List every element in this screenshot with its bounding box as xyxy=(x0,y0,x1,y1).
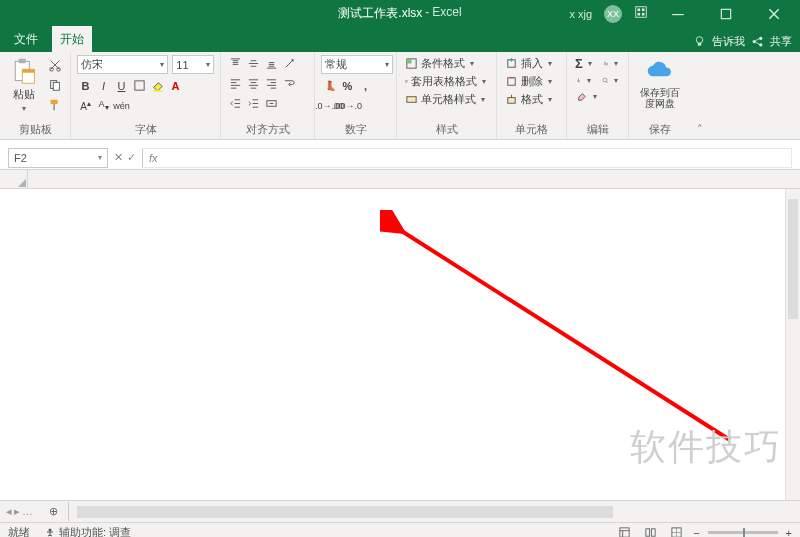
increase-font-button[interactable]: A▴ xyxy=(77,97,94,114)
clear-button[interactable]: ▾ xyxy=(573,89,622,104)
cell-styles-button[interactable]: 单元格样式▾ xyxy=(403,91,490,108)
svg-rect-22 xyxy=(135,81,144,90)
accounting-button[interactable]: 👢 xyxy=(321,77,338,94)
status-bar: 就绪 辅助功能: 调查 − + xyxy=(0,522,800,537)
svg-point-35 xyxy=(49,528,52,531)
account-badge[interactable]: XX xyxy=(604,5,622,23)
sheet-nav-more[interactable]: … xyxy=(22,505,33,518)
name-box[interactable]: F2▾ xyxy=(8,148,108,168)
svg-rect-15 xyxy=(22,69,34,73)
svg-rect-0 xyxy=(636,7,647,18)
vertical-scrollbar[interactable] xyxy=(785,189,800,500)
share-button[interactable]: 共享 xyxy=(770,34,792,49)
bold-button[interactable]: B xyxy=(77,77,94,94)
group-save: 保存到百度网盘 保存 xyxy=(629,52,691,139)
font-size-combo[interactable]: 11▾ xyxy=(172,55,214,74)
svg-rect-3 xyxy=(638,13,641,16)
svg-rect-23 xyxy=(153,90,162,92)
tell-me[interactable]: 告诉我 xyxy=(712,34,745,49)
wrap-text-button[interactable] xyxy=(281,75,298,92)
ribbon-options-icon[interactable] xyxy=(634,5,648,22)
annotation-arrow xyxy=(380,210,750,460)
font-name-combo[interactable]: 仿宋▾ xyxy=(77,55,168,74)
autosum-button[interactable]: Σ▾ ▾ xyxy=(573,55,622,72)
merge-button[interactable] xyxy=(263,95,280,112)
select-all-corner[interactable] xyxy=(0,170,28,188)
zoom-out-button[interactable]: − xyxy=(693,527,699,538)
percent-button[interactable]: % xyxy=(339,77,356,94)
sheet-nav-next[interactable]: ▸ xyxy=(14,505,20,518)
fill-color-button[interactable] xyxy=(149,77,166,94)
format-painter-button[interactable] xyxy=(46,96,64,114)
sort-icon xyxy=(603,57,609,70)
collapse-ribbon-button[interactable]: ˄ xyxy=(691,52,709,139)
svg-point-11 xyxy=(759,43,762,46)
align-top-button[interactable] xyxy=(227,55,244,72)
status-accessibility[interactable]: 辅助功能: 调查 xyxy=(44,525,131,537)
save-to-baidu-button[interactable]: 保存到百度网盘 xyxy=(635,55,685,111)
conditional-formatting-button[interactable]: 条件格式▾ xyxy=(403,55,490,72)
tab-file[interactable]: 文件 xyxy=(0,26,52,52)
page-layout-view-button[interactable] xyxy=(641,525,659,538)
decrease-indent-button[interactable] xyxy=(227,95,244,112)
group-styles: 条件格式▾ 套用表格格式▾ 单元格样式▾ 样式 xyxy=(397,52,497,139)
cut-button[interactable] xyxy=(46,56,64,74)
decrease-font-button[interactable]: A▾ xyxy=(95,97,112,114)
increase-indent-button[interactable] xyxy=(245,95,262,112)
sheet-nav-prev[interactable]: ◂ xyxy=(6,505,12,518)
svg-rect-1 xyxy=(638,9,641,12)
svg-rect-37 xyxy=(645,529,649,536)
decrease-decimal-button[interactable]: .00→.0 xyxy=(339,97,356,114)
svg-rect-29 xyxy=(407,97,416,103)
svg-rect-20 xyxy=(51,100,58,104)
fill-button[interactable]: ▾ ▾ xyxy=(573,73,622,88)
paste-button[interactable]: 粘贴 ▾ xyxy=(6,55,42,115)
orientation-button[interactable] xyxy=(281,55,298,72)
svg-rect-13 xyxy=(19,59,26,63)
normal-view-button[interactable] xyxy=(615,525,633,538)
comma-button[interactable]: , xyxy=(357,77,374,94)
close-button[interactable] xyxy=(756,7,792,21)
group-editing: Σ▾ ▾ ▾ ▾ ▾ 编辑 xyxy=(567,52,629,139)
account-name[interactable]: x xjg xyxy=(569,8,592,20)
new-sheet-button[interactable]: ⊕ xyxy=(39,502,69,521)
phonetic-button[interactable]: wén xyxy=(113,97,130,114)
font-color-button[interactable]: A xyxy=(167,77,184,94)
svg-rect-36 xyxy=(619,528,628,537)
format-as-table-button[interactable]: 套用表格格式▾ xyxy=(403,73,490,90)
group-cells: 插入▾ 删除▾ 格式▾ 单元格 xyxy=(497,52,567,139)
align-left-button[interactable] xyxy=(227,75,244,92)
svg-rect-5 xyxy=(672,14,684,15)
maximize-button[interactable] xyxy=(708,7,744,21)
svg-rect-21 xyxy=(53,104,55,110)
enter-formula-button[interactable]: ✓ xyxy=(127,151,136,164)
formula-bar[interactable]: fx xyxy=(142,148,792,168)
minimize-button[interactable] xyxy=(660,7,696,21)
ribbon-tabstrip: 文件 开始 告诉我 共享 xyxy=(0,27,800,52)
insert-cells-button[interactable]: 插入▾ xyxy=(503,55,560,72)
align-center-button[interactable] xyxy=(245,75,262,92)
align-middle-button[interactable] xyxy=(245,55,262,72)
cancel-formula-button[interactable]: ✕ xyxy=(114,151,123,164)
tab-开始[interactable]: 开始 xyxy=(52,26,92,52)
align-bottom-button[interactable] xyxy=(263,55,280,72)
zoom-in-button[interactable]: + xyxy=(786,527,792,538)
copy-button[interactable] xyxy=(46,76,64,94)
italic-button[interactable]: I xyxy=(95,77,112,94)
align-right-button[interactable] xyxy=(263,75,280,92)
underline-button[interactable]: U xyxy=(113,77,130,94)
sheet-tab-bar: ◂ ▸ … ⊕ xyxy=(0,500,800,522)
fx-icon: fx xyxy=(149,152,158,164)
svg-rect-6 xyxy=(721,9,730,18)
zoom-slider[interactable] xyxy=(708,531,778,534)
border-button[interactable] xyxy=(131,77,148,94)
number-format-combo[interactable]: 常规▾ xyxy=(321,55,393,74)
horizontal-scrollbar[interactable] xyxy=(77,506,792,518)
format-cells-button[interactable]: 格式▾ xyxy=(503,91,560,108)
delete-cells-button[interactable]: 删除▾ xyxy=(503,73,560,90)
group-number: 常规▾ 👢 % , .0→.00 .00→.0 数字 xyxy=(315,52,397,139)
share-icon[interactable] xyxy=(751,35,764,48)
page-break-view-button[interactable] xyxy=(667,525,685,538)
worksheet-grid[interactable]: 软件技巧 xyxy=(0,170,800,500)
ribbon: 粘贴 ▾ 剪贴板 仿宋▾ 11▾ B I U A xyxy=(0,52,800,140)
